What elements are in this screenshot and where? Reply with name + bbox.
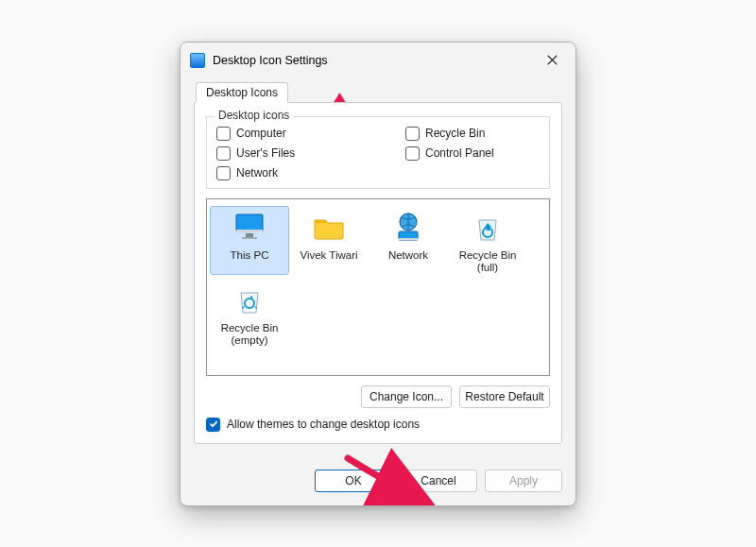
check-icon <box>209 419 218 429</box>
network-icon <box>389 209 427 247</box>
tab-desktop-icons[interactable]: Desktop Icons <box>196 82 288 103</box>
preview-label: Vivek Tiwari <box>299 249 358 274</box>
window-title: Desktop Icon Settings <box>213 54 538 67</box>
preview-user-folder[interactable]: Vivek Tiwari <box>290 207 368 274</box>
checkbox-label: Control Panel <box>425 146 494 160</box>
recycle-bin-full-icon <box>469 209 507 247</box>
svg-rect-3 <box>242 237 257 239</box>
tabpage: Desktop icons Computer User's Files Netw… <box>194 102 562 444</box>
preview-label: Network <box>387 249 429 274</box>
change-icon-button[interactable]: Change Icon... <box>361 385 452 408</box>
checkbox-label: Network <box>236 166 278 179</box>
svg-rect-6 <box>399 238 418 240</box>
dialog-content: Desktop Icons Desktop icons Computer Use… <box>180 78 576 458</box>
preview-label: Recycle Bin (empty) <box>211 322 288 347</box>
checkbox-network[interactable]: Network <box>216 166 358 180</box>
titlebar: Desktop Icon Settings <box>180 43 576 78</box>
close-icon <box>547 55 558 65</box>
dialog-footer: OK Cancel Apply <box>180 458 576 505</box>
checkbox-users-files[interactable]: User's Files <box>216 146 358 161</box>
preview-label: Recycle Bin (full) <box>449 249 526 274</box>
restore-default-button[interactable]: Restore Default <box>459 385 550 408</box>
preview-this-pc[interactable]: This PC <box>211 207 288 274</box>
app-icon <box>190 53 205 68</box>
checkbox-label: Recycle Bin <box>425 127 485 140</box>
svg-rect-0 <box>236 214 263 231</box>
svg-rect-1 <box>236 230 263 232</box>
checkbox-label: User's Files <box>236 146 295 160</box>
svg-rect-2 <box>246 233 253 237</box>
preview-label: This PC <box>230 249 270 274</box>
recycle-bin-empty-icon <box>231 282 268 319</box>
preview-recycle-bin-full[interactable]: Recycle Bin (full) <box>449 207 526 274</box>
ok-button[interactable]: OK <box>315 470 392 492</box>
group-title: Desktop icons <box>215 109 293 122</box>
close-button[interactable] <box>538 50 566 71</box>
folder-icon <box>310 209 348 247</box>
icon-preview-list[interactable]: This PC Vivek Tiwari Network Recycle Bin… <box>206 198 550 376</box>
checkbox-computer[interactable]: Computer <box>216 127 358 141</box>
allow-themes-label: Allow themes to change desktop icons <box>227 418 420 431</box>
apply-button[interactable]: Apply <box>485 470 562 492</box>
cancel-button[interactable]: Cancel <box>400 470 477 492</box>
preview-recycle-bin-empty[interactable]: Recycle Bin (empty) <box>211 280 288 347</box>
desktop-icons-group: Desktop icons Computer User's Files Netw… <box>206 116 550 189</box>
tabstrip: Desktop Icons <box>194 78 562 103</box>
checkbox-control-panel[interactable]: Control Panel <box>405 146 547 161</box>
checkbox-label: Computer <box>236 127 286 140</box>
monitor-icon <box>231 209 268 247</box>
preview-network[interactable]: Network <box>369 207 447 274</box>
allow-themes-checkbox[interactable]: Allow themes to change desktop icons <box>206 418 550 432</box>
desktop-icon-settings-dialog: Desktop Icon Settings Desktop Icons Desk… <box>180 42 576 506</box>
checkbox-recycle-bin[interactable]: Recycle Bin <box>405 127 547 141</box>
